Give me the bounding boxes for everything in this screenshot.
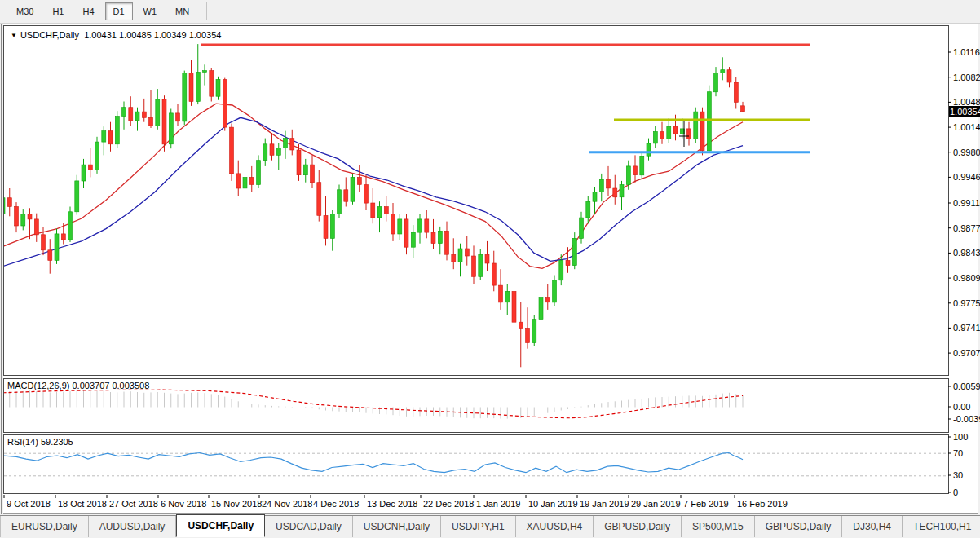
chart-tab-xauusd-h4[interactable]: XAUUSD,H4 [516,516,594,537]
timeframe-button-m30[interactable]: M30 [8,2,42,20]
symbol-label: USDCHF,Daily [20,30,79,40]
mt4-window: M30H1H4D1W1MN ▼USDCHF,Daily 1.00431 1.00… [0,0,980,538]
price-axis[interactable] [949,25,978,494]
chart-tab-dj30-h4[interactable]: DJ30,H4 [842,516,903,537]
macd-indicator-label: MACD(12,26,9) 0.003707 0.003508 [7,381,149,390]
window-left-edge [1,24,2,514]
chart-title: ▼USDCHF,Daily 1.00431 1.00485 1.00349 1.… [11,30,221,40]
chart-tab-usdcnh-daily[interactable]: USDCNH,Daily [353,516,441,537]
symbol-tabbar: EURUSD,DailyAUDUSD,DailyUSDCHF,DailyUSDC… [0,515,980,537]
symbol-dropdown-icon[interactable]: ▼ [11,32,17,39]
chart-tab-gbpusd-daily[interactable]: GBPUSD,Daily [594,516,682,537]
rsi-panel[interactable] [3,434,949,494]
rsi-value: 59.2305 [41,437,73,447]
chart-tab-audusd-daily[interactable]: AUDUSD,Daily [89,516,177,537]
chart-tab-usdcad-daily[interactable]: USDCAD,Daily [265,516,353,537]
toolbar-separator [206,2,207,20]
timeframe-toolbar: M30H1H4D1W1MN [0,0,980,24]
chart-tab-sp500-m15[interactable]: SP500,M15 [682,516,755,537]
rsi-indicator-label: RSI(14) 59.2305 [7,437,73,447]
timeframe-button-d1[interactable]: D1 [105,2,133,20]
timeframe-button-h4[interactable]: H4 [74,2,102,20]
price-panel[interactable] [3,25,949,376]
chart-tab-gbpusd-daily[interactable]: GBPUSD,Daily [755,516,843,537]
date-axis[interactable] [3,494,978,514]
timeframe-button-h1[interactable]: H1 [44,2,72,20]
macd-name: MACD(12,26,9) [7,381,69,390]
current-price-badge: 1.00354 [949,106,980,117]
chart-tab-eurusd-daily[interactable]: EURUSD,Daily [1,516,89,537]
macd-values: 0.003707 0.003508 [72,381,149,390]
rsi-name: RSI(14) [7,437,38,447]
timeframe-button-mn[interactable]: MN [167,2,197,20]
chart-tab-tech100-h1[interactable]: TECH100,H1 [903,516,980,537]
chart-tab-usdjpy-h1[interactable]: USDJPY,H1 [441,516,515,537]
chart-tab-usdchf-daily[interactable]: USDCHF,Daily [176,514,265,537]
timeframe-button-w1[interactable]: W1 [135,2,166,20]
ohlc-readout: 1.00431 1.00485 1.00349 1.00354 [84,30,221,40]
